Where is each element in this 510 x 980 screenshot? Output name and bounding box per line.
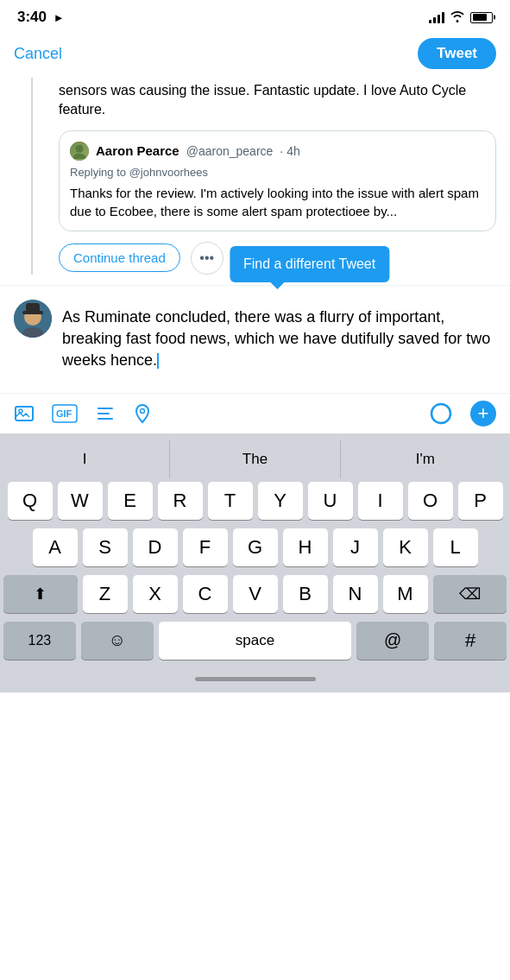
svg-point-16 xyxy=(431,404,450,423)
key-i[interactable]: I xyxy=(358,482,403,520)
home-indicator xyxy=(0,667,510,692)
svg-point-14 xyxy=(141,408,145,413)
key-v[interactable]: V xyxy=(233,575,278,613)
autocorrect-option-3[interactable]: I'm xyxy=(341,440,510,478)
cancel-button[interactable]: Cancel xyxy=(14,41,62,66)
hash-key[interactable]: # xyxy=(434,622,507,660)
tweet-button[interactable]: Tweet xyxy=(418,38,496,69)
svg-point-0 xyxy=(76,145,84,153)
key-q[interactable]: Q xyxy=(8,482,53,520)
tweet-continuation-text: sensors was causing the issue. Fantastic… xyxy=(14,78,496,130)
status-bar: 3:40 ► xyxy=(0,0,510,31)
battery-icon xyxy=(470,12,493,23)
quoted-avatar xyxy=(70,142,89,161)
signal-bars-icon xyxy=(429,11,444,23)
quoted-tweet-header: Aaron Pearce @aaron_pearce · 4h xyxy=(70,142,485,161)
thread-container: sensors was causing the issue. Fantastic… xyxy=(0,78,510,275)
key-n[interactable]: N xyxy=(333,575,378,613)
find-different-tweet-tooltip[interactable]: Find a different Tweet xyxy=(230,246,389,282)
key-h[interactable]: H xyxy=(283,528,328,566)
home-bar xyxy=(195,677,316,681)
svg-text:GIF: GIF xyxy=(56,408,72,419)
key-o[interactable]: O xyxy=(408,482,453,520)
emoji-key[interactable]: ☺ xyxy=(81,622,154,660)
key-u[interactable]: U xyxy=(308,482,353,520)
replying-to-label: Replying to @johnvoorhees xyxy=(70,166,485,179)
new-tweet-area: As Ruminate concluded, there was a flurr… xyxy=(0,289,510,393)
key-b[interactable]: B xyxy=(283,575,328,613)
keyboard: I The I'm Q W E R T Y U I O P A S D F G … xyxy=(0,433,510,692)
key-m[interactable]: M xyxy=(383,575,428,613)
location-icon[interactable] xyxy=(133,403,152,424)
key-e[interactable]: E xyxy=(108,482,153,520)
tweet-input[interactable]: As Ruminate concluded, there was a flurr… xyxy=(62,300,496,383)
svg-point-1 xyxy=(73,153,85,158)
key-d[interactable]: D xyxy=(133,528,178,566)
space-key[interactable]: space xyxy=(159,622,352,660)
key-x[interactable]: X xyxy=(133,575,178,613)
quoted-tweet: Aaron Pearce @aaron_pearce · 4h Replying… xyxy=(59,130,496,231)
quoted-time: · 4h xyxy=(280,144,299,158)
image-icon[interactable] xyxy=(14,403,35,424)
more-options-button[interactable]: ••• xyxy=(191,242,224,275)
key-f[interactable]: F xyxy=(183,528,228,566)
autocorrect-option-2[interactable]: The xyxy=(170,440,340,478)
keyboard-bottom-row: 123 ☺ space @ # xyxy=(0,622,510,667)
key-p[interactable]: P xyxy=(458,482,503,520)
quoted-tweet-text: Thanks for the review. I'm actively look… xyxy=(70,184,485,220)
key-s[interactable]: S xyxy=(83,528,128,566)
key-row-3: ⬆ Z X C V B N M ⌫ xyxy=(3,575,507,613)
key-l[interactable]: L xyxy=(433,528,478,566)
quoted-author-name: Aaron Pearce xyxy=(96,143,179,158)
continue-thread-button[interactable]: Continue thread xyxy=(59,243,180,272)
key-row-1: Q W E R T Y U I O P xyxy=(3,482,507,520)
user-avatar xyxy=(14,300,52,338)
delete-key[interactable]: ⌫ xyxy=(433,575,507,613)
wifi-icon xyxy=(450,10,465,25)
key-r[interactable]: R xyxy=(158,482,203,520)
shift-key[interactable]: ⬆ xyxy=(3,575,78,613)
key-w[interactable]: W xyxy=(58,482,103,520)
gif-icon[interactable]: GIF xyxy=(52,404,78,423)
key-row-2: A S D F G H J K L xyxy=(3,528,507,566)
key-j[interactable]: J xyxy=(333,528,378,566)
top-bar: Cancel Tweet xyxy=(0,31,510,78)
at-key[interactable]: @ xyxy=(356,622,429,660)
key-rows: Q W E R T Y U I O P A S D F G H J K L ⬆ … xyxy=(0,478,510,613)
numbers-key[interactable]: 123 xyxy=(3,622,76,660)
add-tweet-button[interactable]: + xyxy=(470,401,496,427)
key-a[interactable]: A xyxy=(33,528,78,566)
key-z[interactable]: Z xyxy=(83,575,128,613)
key-t[interactable]: T xyxy=(208,482,253,520)
divider xyxy=(0,285,510,286)
text-cursor xyxy=(157,353,159,369)
status-time: 3:40 ► xyxy=(17,9,65,26)
compose-toolbar: GIF + xyxy=(0,393,510,433)
svg-rect-5 xyxy=(26,303,40,313)
key-c[interactable]: C xyxy=(183,575,228,613)
progress-circle xyxy=(429,401,453,426)
autocorrect-bar: I The I'm xyxy=(0,440,510,478)
key-g[interactable]: G xyxy=(233,528,278,566)
status-icons xyxy=(429,10,493,25)
quoted-author-handle: @aaron_pearce xyxy=(186,144,274,158)
autocorrect-option-1[interactable]: I xyxy=(0,440,170,478)
thread-icon[interactable] xyxy=(95,403,116,424)
key-k[interactable]: K xyxy=(383,528,428,566)
key-y[interactable]: Y xyxy=(258,482,303,520)
